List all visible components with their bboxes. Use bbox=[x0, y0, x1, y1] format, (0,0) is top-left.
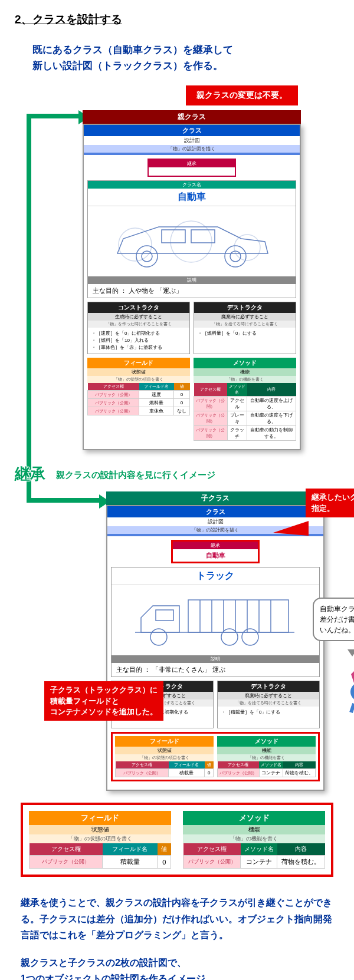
dest-body: ・［燃料量］を「0」にする bbox=[194, 328, 296, 349]
inherit-box-h: 継承 bbox=[173, 542, 258, 549]
car-drawing bbox=[88, 206, 296, 276]
field-sh: 状態値 bbox=[115, 747, 214, 754]
callout-added: 子クラス（トラッククラス）に 積載量フィールドと コンテナメソッドを追加した。 bbox=[44, 681, 163, 721]
svg-point-4 bbox=[225, 246, 246, 267]
parent-class-box: クラス名 自動車 説明 主な目的 ： 人や物を 「運ぶ」 bbox=[87, 180, 296, 298]
child-destructor: デストラクタ 廃棄時に必ずすること 「物」を捨てる時にすることを書く ・［積載量… bbox=[217, 681, 320, 728]
child-class-box: トラック 説明 主な目的 ： 「非常にたくさん」 運ぶ bbox=[111, 567, 320, 677]
svg-rect-9 bbox=[188, 600, 289, 632]
truck-drawing bbox=[112, 585, 319, 655]
method-h: メソッド bbox=[183, 811, 325, 825]
method-sb: 「物」の機能を書く bbox=[194, 376, 296, 383]
child-method-table: アクセス権メソッド名内容パブリック（公開）コンテナ荷物を積む。 bbox=[217, 761, 316, 777]
field-h: フィールド bbox=[115, 736, 214, 747]
svg-point-23 bbox=[350, 682, 354, 701]
child-bar: 子クラス bbox=[106, 491, 324, 505]
cons-body: ・［速度］を「0」に初期化する・［燃料］を「10」入れる・［車体色］を「赤」に塗… bbox=[88, 328, 189, 354]
child-desc: 主な目的 ： 「非常にたくさん」 運ぶ bbox=[112, 663, 319, 677]
parent-inherit-box: 継承 bbox=[148, 159, 236, 177]
strip bbox=[84, 153, 300, 155]
method-sb: 「物」の機能を書く bbox=[183, 834, 325, 843]
parent-bar: 親クラス bbox=[83, 110, 301, 124]
class-label: クラス bbox=[84, 125, 300, 136]
svg-point-21 bbox=[242, 629, 258, 645]
zoom-field-table: アクセス権フィールド名値パブリック（公開）積載量0 bbox=[29, 843, 171, 869]
method-sh: 機能 bbox=[194, 368, 296, 376]
parent-field-method: フィールド 状態値 「物」の状態の項目を書く アクセス権フィールド名値パブリック… bbox=[87, 358, 296, 441]
parent-field: フィールド 状態値 「物」の状態の項目を書く アクセス権フィールド名値パブリック… bbox=[87, 358, 190, 441]
inherit-label: 継承 bbox=[15, 464, 45, 484]
parent-method: メソッド 機能 「物」の機能を書く アクセス権メソッド名内容パブリック（公開）ア… bbox=[194, 358, 296, 441]
field-sh: 状態値 bbox=[87, 368, 190, 376]
parent-field-table: アクセス権フィールド名値パブリック（公開）速度0パブリック（公開）燃料量0パブリ… bbox=[87, 383, 190, 415]
parent-destructor: デストラクタ 廃棄時に必ずすること 「物」を捨てる時にすることを書く ・［燃料量… bbox=[194, 302, 296, 354]
method-sh: 機能 bbox=[217, 747, 316, 754]
desc-h: 説明 bbox=[112, 655, 319, 663]
field-h: フィールド bbox=[29, 811, 171, 825]
parent-class-name: 自動車 bbox=[88, 189, 296, 206]
parent-method-table: アクセス権メソッド名内容パブリック（公開）アクセル自動車の速度を上げる。パブリッ… bbox=[194, 383, 296, 441]
outro-1: 継承を使うことで、親クラスの設計内容を子クラスが引き継ぐことができる。子クラスに… bbox=[21, 895, 333, 943]
child-card: クラス 設計図 「物」の設計図を描く 継承 自動車 トラック 説明 主な目的 ：… bbox=[106, 505, 324, 791]
note-no-change: 親クラスの変更は不要。 bbox=[186, 85, 298, 105]
class-label: クラス bbox=[107, 506, 323, 517]
child-field: フィールド 状態値 「物」の状態の項目を書く アクセス権フィールド名値パブリック… bbox=[115, 736, 214, 777]
mascot-icon bbox=[339, 662, 354, 715]
zoom-method: メソッド 機能 「物」の機能を書く アクセス権メソッド名内容パブリック（公開）コ… bbox=[183, 811, 325, 869]
svg-rect-17 bbox=[156, 610, 173, 621]
parent-card-wrap: 親クラス クラス 設計図 「物」の設計図を描く 継承 クラス名 自動車 説明 主… bbox=[56, 110, 327, 450]
method-h: メソッド bbox=[194, 358, 296, 368]
method-sb: 「物」の機能を書く bbox=[217, 754, 316, 761]
field-sb: 「物」の状態の項目を書く bbox=[87, 376, 190, 383]
parent-constructor: コンストラクタ 生成時に必ずすること 「物」を作った時にすることを書く ・［速度… bbox=[87, 302, 190, 354]
svg-point-20 bbox=[221, 629, 238, 645]
inherit-box-v bbox=[149, 167, 235, 176]
callout-specify: 継承したいクラスを 指定。 bbox=[306, 489, 354, 517]
class-name-h: クラス名 bbox=[88, 181, 296, 189]
field-sb: 「物」の状態の項目を書く bbox=[115, 754, 214, 761]
parent-card: クラス 設計図 「物」の設計図を描く 継承 クラス名 自動車 説明 主な目的 ：… bbox=[83, 124, 301, 450]
truck-icon bbox=[123, 591, 300, 650]
svg-point-8 bbox=[234, 235, 260, 260]
child-field-method: フィールド 状態値 「物」の状態の項目を書く アクセス権フィールド名値パブリック… bbox=[111, 732, 320, 781]
parent-desc: 主な目的 ： 人や物を 「運ぶ」 bbox=[88, 284, 296, 298]
cons-sh: 生成時に必ずすること bbox=[88, 313, 189, 321]
cons-sb: 「物」を作った時にすることを書く bbox=[88, 321, 189, 328]
dest-sh: 廃棄時に必ずすること bbox=[218, 692, 319, 699]
svg-point-6 bbox=[119, 228, 152, 261]
child-class-name: トラック bbox=[112, 567, 319, 585]
child-inherit-box: 継承 自動車 bbox=[171, 540, 260, 563]
speech-bubble: 自動車クラスとの差分だけ書けばいいんだね。 bbox=[313, 598, 354, 641]
callout-specify-arrow bbox=[273, 521, 309, 536]
method-h: メソッド bbox=[217, 736, 316, 747]
field-sh: 状態値 bbox=[29, 825, 171, 834]
zoom-panel: フィールド 状態値 「物」の状態の項目を書く アクセス権フィールド名値パブリック… bbox=[21, 803, 333, 877]
child-method: メソッド 機能 「物」の機能を書く アクセス権メソッド名内容パブリック（公開）コ… bbox=[217, 736, 316, 777]
child-field-table: アクセス権フィールド名値パブリック（公開）積載量0 bbox=[115, 761, 214, 777]
parent-cons-dest: コンストラクタ 生成時に必ずすること 「物」を作った時にすることを書く ・［速度… bbox=[87, 302, 296, 354]
dest-h: デストラクタ bbox=[218, 681, 319, 692]
svg-point-19 bbox=[150, 629, 167, 645]
bubble-tail bbox=[348, 649, 354, 656]
class-sub2: 「物」の設計図を描く bbox=[84, 145, 300, 153]
dest-body: ・［積載量］を「0」にする bbox=[218, 707, 319, 728]
method-sh: 機能 bbox=[183, 825, 325, 834]
inherit-note: 親クラスの設計内容を見に行くイメージ bbox=[56, 470, 215, 481]
section-heading: 2、クラスを設計する bbox=[15, 12, 339, 27]
dest-sb: 「物」を捨てる時にすることを書く bbox=[194, 321, 296, 328]
dest-h: デストラクタ bbox=[194, 302, 296, 313]
field-sb: 「物」の状態の項目を書く bbox=[29, 834, 171, 843]
desc-h: 説明 bbox=[88, 276, 296, 284]
intro-text: 既にあるクラス（自動車クラス）を継承して 新しい設計図（トラッククラス）を作る。 bbox=[32, 42, 339, 74]
zoom-method-table: アクセス権メソッド名内容パブリック（公開）コンテナ荷物を積む。 bbox=[183, 843, 325, 869]
cons-h: コンストラクタ bbox=[88, 302, 189, 313]
dest-sb: 「物」を捨てる時にすることを書く bbox=[218, 699, 319, 707]
inherit-box-v: 自動車 bbox=[173, 549, 258, 562]
class-sub1: 設計図 bbox=[84, 136, 300, 145]
dest-sh: 廃棄時に必ずすること bbox=[194, 313, 296, 321]
car-icon bbox=[106, 215, 277, 271]
field-h: フィールド bbox=[87, 358, 190, 368]
zoom-field: フィールド 状態値 「物」の状態の項目を書く アクセス権フィールド名値パブリック… bbox=[29, 811, 171, 869]
child-card-wrap: 子クラス クラス 設計図 「物」の設計図を描く 継承 自動車 トラック 説明 主… bbox=[80, 491, 351, 791]
inherit-box-h: 継承 bbox=[149, 160, 235, 167]
